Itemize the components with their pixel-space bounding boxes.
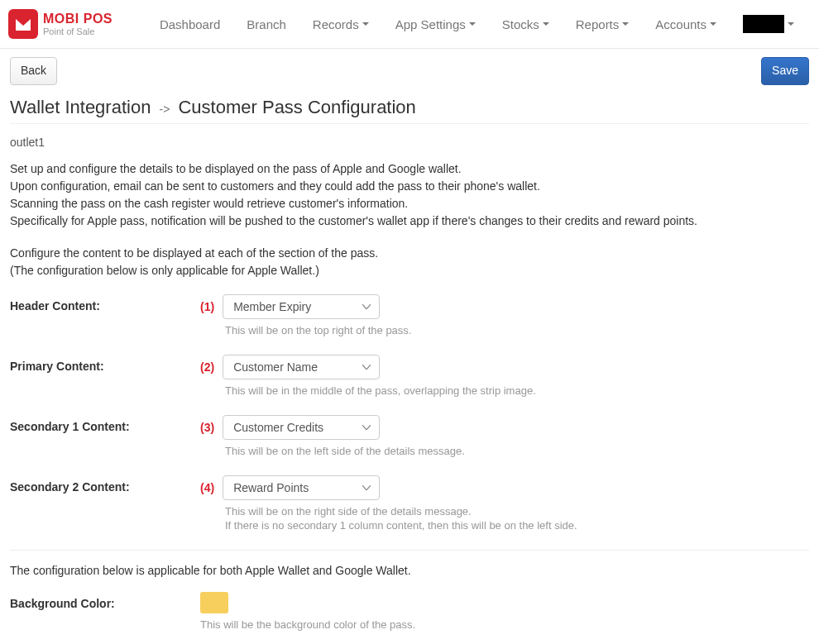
back-button[interactable]: Back — [10, 57, 57, 85]
brand-title: MOBI POS — [43, 12, 113, 26]
caret-icon — [469, 22, 476, 26]
label-secondary1-content: Secondary 1 Content: — [10, 415, 200, 433]
divider — [10, 123, 809, 124]
nav-app-settings[interactable]: App Settings — [386, 9, 486, 40]
nav-account-dropdown[interactable] — [733, 7, 804, 41]
caret-icon — [710, 22, 716, 26]
select-secondary2-content[interactable]: Reward Points — [223, 475, 380, 500]
both-wallet-note: The configuration below is applicable fo… — [10, 564, 809, 577]
select-secondary1-content[interactable]: Customer Credits — [223, 415, 380, 440]
label-secondary2-content: Secondary 2 Content: — [10, 475, 200, 494]
page-title: Wallet Integration -> Customer Pass Conf… — [10, 97, 809, 118]
label-background-color: Background Color: — [10, 592, 200, 610]
marker-1: (1) — [200, 300, 214, 313]
caret-icon — [543, 22, 549, 26]
label-primary-content: Primary Content: — [10, 355, 200, 373]
nav-reports[interactable]: Reports — [566, 9, 639, 40]
marker-2: (2) — [200, 360, 214, 374]
row-background-color: Background Color: This will be the backg… — [10, 592, 809, 631]
row-primary-content: Primary Content: (2) Customer Name This … — [10, 355, 809, 397]
help-secondary2-content-1: This will be on the right side of the de… — [225, 505, 809, 518]
divider — [10, 550, 809, 551]
help-header-content: This will be on the top right of the pas… — [225, 324, 809, 336]
row-secondary1-content: Secondary 1 Content: (3) Customer Credit… — [10, 415, 809, 457]
outlet-name: outlet1 — [10, 136, 809, 149]
description-block-2: Configure the content to be displayed at… — [10, 245, 809, 279]
navbar: MOBI POS Point of Sale Dashboard Branch … — [0, 0, 819, 49]
brand-subtitle: Point of Sale — [43, 26, 113, 36]
main-content: Back Save Wallet Integration -> Customer… — [0, 49, 819, 644]
nav-branch[interactable]: Branch — [237, 9, 296, 40]
help-secondary1-content: This will be on the left side of the det… — [225, 445, 809, 457]
description-block: Set up and configure the details to be d… — [10, 160, 809, 230]
help-primary-content: This will be in the middle of the pass, … — [225, 384, 809, 397]
nav-stocks[interactable]: Stocks — [492, 9, 559, 40]
logo-icon — [8, 9, 38, 39]
nav-records[interactable]: Records — [303, 9, 379, 40]
select-primary-content[interactable]: Customer Name — [223, 355, 380, 379]
save-button[interactable]: Save — [761, 57, 809, 85]
row-header-content: Header Content: (1) Member Expiry This w… — [10, 294, 809, 336]
brand[interactable]: MOBI POS Point of Sale — [0, 9, 113, 39]
label-header-content: Header Content: — [10, 294, 200, 312]
marker-4: (4) — [200, 481, 214, 494]
help-secondary2-content-2: If there is no secondary 1 column conten… — [225, 519, 809, 532]
row-secondary2-content: Secondary 2 Content: (4) Reward Points T… — [10, 475, 809, 532]
caret-icon — [788, 22, 794, 26]
select-header-content[interactable]: Member Expiry — [223, 294, 380, 319]
help-background-color: This will be the background color of the… — [200, 618, 809, 631]
caret-icon — [622, 22, 629, 26]
marker-3: (3) — [200, 421, 214, 434]
caret-icon — [362, 22, 369, 26]
nav-accounts[interactable]: Accounts — [645, 9, 726, 40]
nav-menu: Dashboard Branch Records App Settings St… — [146, 7, 819, 41]
nav-dashboard[interactable]: Dashboard — [150, 9, 230, 40]
account-avatar — [743, 15, 784, 33]
background-color-swatch[interactable] — [200, 592, 228, 613]
